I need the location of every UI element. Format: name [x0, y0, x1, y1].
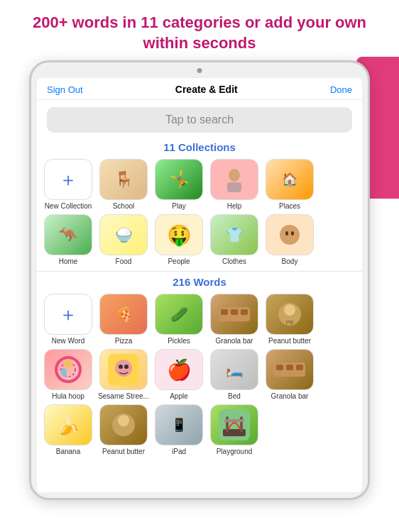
pickles-thumb: 🥒	[155, 294, 203, 335]
granola-bar2-label: Granola bar	[264, 392, 315, 400]
collection-item-clothes[interactable]: 👕 Clothes	[209, 214, 260, 265]
bed-thumb: 🛏️	[210, 349, 258, 390]
word-item-peanut-butter[interactable]: PB Peanut butter	[264, 294, 315, 345]
granola-bar-label: Granola bar	[209, 337, 260, 345]
svg-rect-8	[241, 309, 248, 315]
word-item-new-word[interactable]: ＋ New Word	[43, 294, 94, 345]
words-grid: ＋ New Word 🍕 Pizza 🥒 Pickles	[37, 294, 362, 455]
pizza-label: Pizza	[98, 337, 149, 345]
collection-item-body[interactable]: Body	[264, 214, 315, 265]
hula-hoop-label: Hula hoop	[43, 392, 94, 400]
screen-content: 11 Collections ＋ New Collection 🪑 School…	[37, 138, 362, 492]
sesame-street-thumb	[99, 349, 148, 390]
hula-hoop-thumb	[44, 349, 92, 390]
playground-label: Playground	[209, 448, 260, 455]
svg-point-25	[118, 415, 129, 426]
word-item-playground[interactable]: Playground	[209, 404, 260, 455]
help-label: Help	[209, 202, 260, 210]
svg-point-4	[291, 231, 294, 235]
collection-item-home[interactable]: 🦘 Home	[43, 214, 94, 265]
svg-rect-23	[296, 365, 303, 370]
collection-item-help[interactable]: Help	[209, 159, 260, 210]
collection-item-places[interactable]: 🏠 Places	[264, 159, 315, 210]
svg-rect-1	[227, 182, 241, 192]
playground-thumb	[210, 404, 258, 445]
body-thumb	[266, 214, 314, 255]
word-item-pizza[interactable]: 🍕 Pizza	[98, 294, 149, 345]
svg-rect-30	[224, 419, 244, 422]
ipad-camera	[197, 68, 202, 73]
word-item-apple[interactable]: 🍎 Apple	[153, 349, 204, 400]
words-title: 216 Words	[37, 276, 362, 288]
play-label: Play	[153, 202, 204, 210]
granola-bar-thumb	[210, 294, 258, 335]
ipad-screen: Sign Out Create & Edit Done Tap to searc…	[37, 78, 362, 492]
svg-point-10	[284, 304, 295, 316]
svg-rect-29	[240, 416, 243, 432]
ipad-frame: Sign Out Create & Edit Done Tap to searc…	[29, 60, 370, 500]
places-label: Places	[264, 202, 315, 210]
food-label: Food	[98, 257, 149, 265]
svg-rect-22	[286, 365, 293, 370]
school-label: School	[98, 202, 149, 210]
svg-text:PB: PB	[286, 319, 294, 326]
collections-title: 11 Collections	[37, 141, 362, 153]
word-item-ipad[interactable]: 📱 iPad	[153, 404, 204, 455]
collection-item-new-collection[interactable]: ＋ New Collection	[43, 159, 94, 210]
bed-label: Bed	[209, 392, 260, 400]
ipad-label: iPad	[153, 448, 204, 455]
word-item-sesame-street[interactable]: Sesame Stree...	[98, 349, 149, 400]
nav-title: Create & Edit	[175, 84, 238, 95]
header-text: 200+ words in 11 categories or add your …	[0, 0, 399, 60]
word-item-granola-bar[interactable]: Granola bar	[209, 294, 260, 345]
home-thumb: 🦘	[44, 214, 92, 255]
svg-point-19	[124, 365, 129, 369]
peanut-butter-thumb: PB	[266, 294, 314, 335]
help-thumb	[210, 159, 258, 200]
peanut-butter-label: Peanut butter	[264, 337, 315, 345]
svg-point-0	[229, 169, 240, 182]
places-thumb: 🏠	[266, 159, 314, 200]
pickles-label: Pickles	[153, 337, 204, 345]
word-item-peanut-butter2[interactable]: Peanut butter	[98, 404, 149, 455]
new-collection-label: New Collection	[43, 202, 94, 210]
word-item-banana[interactable]: 🍌 Banana	[43, 404, 94, 455]
svg-rect-7	[231, 309, 238, 315]
body-label: Body	[264, 257, 315, 265]
nav-sign-out[interactable]: Sign Out	[47, 84, 83, 95]
collections-grid: ＋ New Collection 🪑 School 🤸 Play	[37, 159, 362, 265]
clothes-label: Clothes	[209, 257, 260, 265]
divider	[37, 271, 362, 272]
people-label: People	[153, 257, 204, 265]
clothes-thumb: 👕	[210, 214, 258, 255]
svg-rect-21	[276, 365, 283, 370]
peanut-butter2-thumb	[99, 404, 148, 445]
collection-item-play[interactable]: 🤸 Play	[153, 159, 204, 210]
collection-item-food[interactable]: 🍚 Food	[98, 214, 149, 265]
word-item-hula-hoop[interactable]: Hula hoop	[43, 349, 94, 400]
apple-thumb: 🍎	[155, 349, 203, 390]
people-thumb: 🤑	[155, 214, 203, 255]
search-bar[interactable]: Tap to search	[47, 107, 352, 133]
svg-rect-28	[226, 416, 229, 432]
play-thumb: 🤸	[155, 159, 203, 200]
svg-point-2	[280, 225, 300, 245]
nav-bar: Sign Out Create & Edit Done	[37, 78, 362, 100]
nav-done[interactable]: Done	[330, 84, 352, 95]
word-item-bed[interactable]: 🛏️ Bed	[209, 349, 260, 400]
collection-item-people[interactable]: 🤑 People	[153, 214, 204, 265]
new-word-label: New Word	[43, 337, 94, 345]
ipad-item-thumb: 📱	[155, 404, 203, 445]
granola-bar2-thumb	[266, 349, 314, 390]
collection-item-school[interactable]: 🪑 School	[98, 159, 149, 210]
svg-rect-6	[221, 309, 228, 315]
svg-point-3	[285, 231, 288, 235]
apple-label: Apple	[153, 392, 204, 400]
word-item-granola-bar2[interactable]: Granola bar	[264, 349, 315, 400]
word-item-pickles[interactable]: 🥒 Pickles	[153, 294, 204, 345]
banana-label: Banana	[43, 448, 94, 455]
banana-thumb: 🍌	[44, 404, 92, 445]
svg-point-14	[65, 359, 72, 369]
sesame-street-label: Sesame Stree...	[98, 392, 149, 400]
svg-point-18	[119, 365, 123, 369]
